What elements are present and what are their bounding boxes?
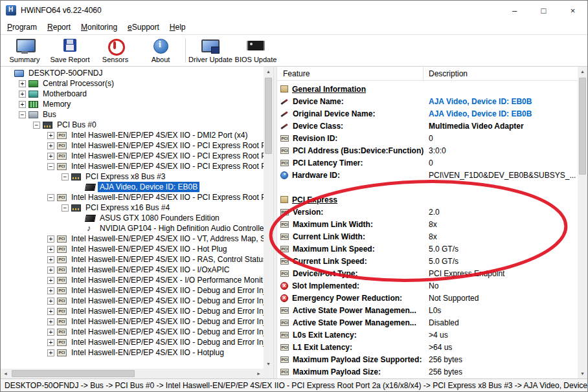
expander-plus-icon[interactable]: + <box>19 101 26 108</box>
tree-item[interactable]: +Intel Haswell-EN/EP/EP 4S/EX IIO - DMI2… <box>1 130 264 140</box>
tree-item[interactable]: +Intel Haswell-EN/EP/EP 4S/EX IIO - RAS,… <box>1 254 264 265</box>
tree-vscroll-thumb[interactable] <box>265 78 272 154</box>
menu-item-monitoring[interactable]: Monitoring <box>76 21 122 34</box>
details-row[interactable]: Maximum Link Width:8x <box>277 218 578 230</box>
expander-plus-icon[interactable]: + <box>19 91 26 98</box>
expander-plus-icon[interactable]: + <box>47 132 54 139</box>
tree-item[interactable]: +Intel Haswell-EN/EP/EP 4S/EX IIO - Hotp… <box>1 347 264 358</box>
tree-item[interactable]: +Intel Haswell-EN/EP/EP 4S/EX IIO - VT, … <box>1 234 264 244</box>
details-vscroll-thumb[interactable] <box>579 78 586 175</box>
details-row[interactable]: L0s Exit Latency:>4 us <box>277 329 578 341</box>
tree-item[interactable]: −Intel Haswell-EN/EP/EP 4S/EX IIO - PCI … <box>1 161 264 171</box>
details-row[interactable]: Revision ID:0 <box>277 132 578 144</box>
tree-item[interactable]: −Intel Haswell-EN/EP/EP 4S/EX IIO - PCI … <box>1 192 264 202</box>
tree-item[interactable]: +Intel Haswell-EN/EP/EP 4S/EX IIO - PCI … <box>1 140 264 151</box>
tree-item[interactable]: ASUS GTX 1080 Founders Edition <box>1 213 264 223</box>
toolbar-button-bios-update[interactable]: BIOS Update <box>233 35 278 66</box>
expander-minus-icon[interactable]: − <box>47 194 54 201</box>
tree-item[interactable]: +Intel Haswell-EN/EP/EP 4S/EX IIO - Debu… <box>1 285 264 296</box>
tree-item[interactable]: −Bus <box>1 109 264 120</box>
expander-plus-icon[interactable]: + <box>47 246 54 253</box>
details-row[interactable]: Device Name:AJA Video, Device ID: EB0B <box>277 95 578 107</box>
expander-plus-icon[interactable]: + <box>47 235 54 243</box>
expander-plus-icon[interactable]: + <box>47 308 54 315</box>
menu-item-help[interactable]: Help <box>164 21 191 34</box>
tree-item[interactable]: −PCI Express x8 Bus #3 <box>1 171 264 182</box>
close-button[interactable]: × <box>558 1 587 20</box>
tree-item[interactable]: +Intel Haswell-EN/EP/EP 4S/EX IIO - Debu… <box>1 337 264 347</box>
details-row[interactable]: Version:2.0 <box>277 206 578 218</box>
scroll-down-arrow-icon[interactable]: ▼ <box>264 359 273 369</box>
toolbar-button-sensors[interactable]: Sensors <box>93 35 138 66</box>
tree-item[interactable]: +Motherboard <box>1 89 264 99</box>
details-row[interactable]: PCI Address (Bus:Device:Function) Nu...3… <box>277 144 578 157</box>
scroll-right-arrow-icon[interactable]: ► <box>254 369 264 378</box>
tree-item[interactable]: DESKTOP-50OFNDJ <box>1 68 264 78</box>
scroll-up-arrow-icon[interactable]: ▲ <box>578 67 587 76</box>
details-row[interactable]: Original Device Name:AJA Video, Device I… <box>277 107 578 120</box>
details-row[interactable]: PCI Express <box>277 193 578 206</box>
tree-item[interactable]: +Intel Haswell-EN/EP/EP 4S/EX IIO - Debu… <box>1 306 264 316</box>
details-row[interactable]: Maximum Link Speed:5.0 GT/s <box>277 243 578 255</box>
menu-item-program[interactable]: Program <box>2 21 42 34</box>
expander-plus-icon[interactable]: + <box>47 329 54 336</box>
description-column-header[interactable]: Description <box>424 69 578 78</box>
toolbar-button-about[interactable]: About <box>138 35 183 66</box>
expander-plus-icon[interactable]: + <box>47 277 54 284</box>
tree-item[interactable]: +Central Processor(s) <box>1 78 264 89</box>
details-row[interactable]: PCI Latency Timer:0 <box>277 157 578 169</box>
expander-plus-icon[interactable]: + <box>47 267 54 274</box>
expander-minus-icon[interactable]: − <box>33 122 40 129</box>
expander-minus-icon[interactable]: − <box>62 173 69 180</box>
toolbar-button-driver-update[interactable]: Driver Update <box>188 35 233 66</box>
tree-horizontal-scrollbar[interactable]: ◄ ► <box>1 369 264 378</box>
expander-plus-icon[interactable]: + <box>47 349 54 356</box>
tree-item[interactable]: +Intel Haswell-EN/EP/EP 4S/EX IIO - I/Ox… <box>1 265 264 275</box>
details-row[interactable]: Hardware ID:PCI\VEN_F1D0&DEV_EB0B&SUBSYS… <box>277 169 578 181</box>
tree-item[interactable]: −PCI Express x16 Bus #4 <box>1 202 264 213</box>
scroll-down-arrow-icon[interactable]: ▼ <box>578 369 587 378</box>
tree-hscroll-thumb[interactable] <box>12 370 135 377</box>
details-row[interactable]: Maximum Payload Size Supported:256 bytes <box>277 353 578 365</box>
tree-item[interactable]: AJA Video, Device ID: EB0B <box>1 182 264 192</box>
expander-minus-icon[interactable]: − <box>62 204 69 212</box>
tree-item[interactable]: +Intel Haswell-EN/EP/EP 4S/EX IIO - PCI … <box>1 151 264 161</box>
expander-plus-icon[interactable]: + <box>47 256 54 263</box>
expander-plus-icon[interactable]: + <box>19 80 26 87</box>
toolbar-button-summary[interactable]: Summary <box>2 35 47 66</box>
tree-item[interactable]: +Intel Haswell-EN/EP/EP 4S/EX IIO - Debu… <box>1 316 264 327</box>
toolbar-button-save-report[interactable]: Save Report <box>47 35 93 66</box>
minimize-button[interactable]: – <box>500 1 529 20</box>
details-row[interactable]: Current Link Width:8x <box>277 230 578 243</box>
expander-plus-icon[interactable]: + <box>47 318 54 325</box>
details-row[interactable]: Active State Power Managemen...Disabled <box>277 316 578 329</box>
expander-minus-icon[interactable]: − <box>19 111 26 118</box>
expander-plus-icon[interactable]: + <box>47 287 54 294</box>
expander-minus-icon[interactable]: − <box>47 163 54 170</box>
scroll-left-arrow-icon[interactable]: ◄ <box>1 369 10 378</box>
tree-item[interactable]: −PCI Bus #0 <box>1 120 264 130</box>
expander-plus-icon[interactable]: + <box>47 339 54 346</box>
details-row[interactable]: Device Class:Multimedia Video Adapter <box>277 120 578 132</box>
app-icon[interactable] <box>6 5 16 16</box>
tree-item[interactable]: +Intel Haswell-EN/EP/EP 4S/EX - I/O Perf… <box>1 275 264 285</box>
tree-item[interactable]: +Intel Haswell-EN/EP/EP 4S/EX IIO - Hot … <box>1 244 264 254</box>
menu-item-report[interactable]: Report <box>42 21 76 34</box>
details-row[interactable]: General Information <box>277 83 578 95</box>
details-row[interactable]: Current Link Speed:5.0 GT/s <box>277 255 578 267</box>
details-row[interactable]: Active State Power Managemen...L0s <box>277 304 578 316</box>
tree-item[interactable]: +Memory <box>1 99 264 109</box>
expander-plus-icon[interactable]: + <box>47 298 54 305</box>
tree-item[interactable]: NVIDIA GP104 - High Definition Audio Con… <box>1 223 264 234</box>
expander-plus-icon[interactable]: + <box>47 153 54 160</box>
feature-column-header[interactable]: Feature <box>277 67 424 80</box>
expander-plus-icon[interactable]: + <box>47 142 54 149</box>
scroll-up-arrow-icon[interactable]: ▲ <box>264 67 273 76</box>
tree-item[interactable]: +Intel Haswell-EN/EP/EP 4S/EX IIO - Debu… <box>1 296 264 306</box>
maximize-button[interactable]: □ <box>529 1 558 20</box>
details-row[interactable]: Device/Port Type:PCI Express Endpoint <box>277 267 578 279</box>
tree-item[interactable]: +Intel Haswell-EN/EP/EP 4S/EX IIO - Debu… <box>1 327 264 337</box>
details-row[interactable]: L1 Exit Latency:>64 us <box>277 341 578 353</box>
details-row[interactable]: Emergency Power Reduction:Not Supported <box>277 292 578 304</box>
tree-vertical-scrollbar[interactable]: ▲ ▼ <box>264 67 273 369</box>
